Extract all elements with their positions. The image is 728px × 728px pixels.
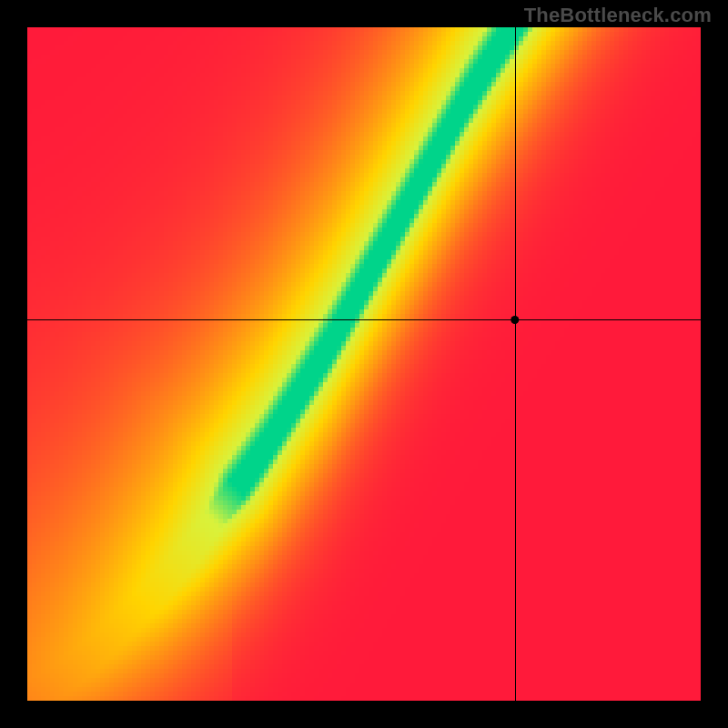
watermark-text: TheBottleneck.com	[524, 4, 712, 27]
chart-frame: TheBottleneck.com	[0, 0, 728, 728]
overlay-canvas	[27, 27, 701, 701]
